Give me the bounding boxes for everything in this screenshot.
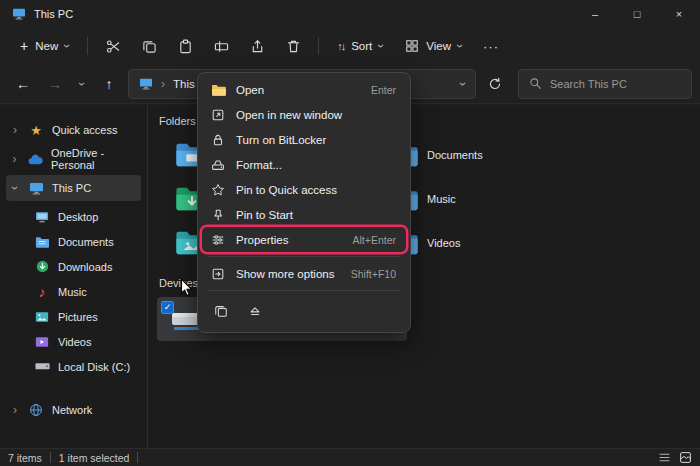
menu-quick-actions xyxy=(202,295,406,328)
menu-item-open[interactable]: Open Enter xyxy=(202,77,406,102)
up-button[interactable]: ↑ xyxy=(94,69,124,99)
rename-button[interactable] xyxy=(204,31,238,61)
expand-chevron-icon[interactable]: › xyxy=(10,153,19,165)
sort-icon: ↑↓ xyxy=(337,40,344,52)
sidebar-item-videos[interactable]: Videos xyxy=(6,329,141,354)
search-icon xyxy=(529,77,542,90)
items-count: 7 items xyxy=(8,452,42,464)
minimize-button[interactable]: – xyxy=(574,0,616,28)
chevron-down-icon: › xyxy=(375,44,387,48)
sidebar-item-this-pc[interactable]: › This PC xyxy=(6,175,141,201)
properties-icon xyxy=(210,232,226,248)
sidebar-item-pictures[interactable]: Pictures xyxy=(6,304,141,329)
sidebar-item-local-disk[interactable]: Local Disk (C:) xyxy=(6,354,141,379)
bitlocker-lock-icon xyxy=(210,132,226,148)
view-button[interactable]: View › xyxy=(395,33,472,59)
cut-button[interactable] xyxy=(96,31,130,61)
sidebar-item-onedrive[interactable]: › OneDrive - Personal xyxy=(6,146,141,172)
documents-folder-icon xyxy=(34,234,50,250)
context-menu: Open Enter Open in new window Turn on Bi… xyxy=(197,72,411,333)
more-options-button[interactable]: ··· xyxy=(474,31,508,61)
breadcrumb-chevron-icon: › xyxy=(161,78,165,90)
forward-button[interactable]: → xyxy=(40,69,70,99)
selection-count: 1 item selected xyxy=(59,452,130,464)
toolbar-separator xyxy=(318,37,319,55)
pictures-icon xyxy=(34,309,50,325)
paste-button[interactable] xyxy=(168,31,202,61)
expand-chevron-icon[interactable]: › xyxy=(10,404,20,416)
open-folder-icon xyxy=(210,82,226,98)
maximize-button[interactable]: □ xyxy=(616,0,658,28)
menu-item-turn-on-bitlocker[interactable]: Turn on BitLocker xyxy=(202,127,406,152)
more-options-icon xyxy=(210,266,226,282)
selection-checkbox[interactable]: ✓ xyxy=(161,301,174,314)
check-icon: ✓ xyxy=(164,303,172,312)
titlebar: This PC – □ × xyxy=(0,0,700,28)
menu-item-format[interactable]: Format... xyxy=(202,152,406,177)
recent-locations-icon[interactable]: › xyxy=(76,82,88,86)
menu-separator xyxy=(208,290,400,291)
collapse-chevron-icon[interactable]: › xyxy=(9,183,21,193)
sidebar-item-network[interactable]: › Network xyxy=(6,397,141,423)
sort-button[interactable]: ↑↓ Sort › xyxy=(327,34,393,58)
command-bar: + New › ↑↓ Sort › xyxy=(0,28,700,64)
file-explorer-window: This PC – □ × + New › xyxy=(0,0,700,466)
details-view-icon[interactable] xyxy=(658,451,671,464)
eject-icon[interactable] xyxy=(240,298,270,324)
pushpin-icon xyxy=(210,207,226,223)
search-input[interactable] xyxy=(550,78,681,90)
back-button[interactable]: ← xyxy=(8,69,38,99)
copy-icon[interactable] xyxy=(206,298,236,324)
this-pc-icon xyxy=(139,78,153,90)
status-bar: 7 items 1 item selected xyxy=(0,448,700,466)
videos-icon xyxy=(34,334,50,350)
app-icon xyxy=(12,8,26,20)
music-note-icon: ♪ xyxy=(34,284,50,300)
navigation-pane: › ★ Quick access › OneDrive - Personal ›… xyxy=(0,105,148,448)
desktop-icon xyxy=(34,209,50,225)
window-title: This PC xyxy=(34,8,73,20)
onedrive-cloud-icon xyxy=(27,151,43,167)
refresh-button[interactable] xyxy=(480,69,510,99)
copy-button[interactable] xyxy=(132,31,166,61)
menu-item-properties[interactable]: Properties Alt+Enter xyxy=(202,227,406,252)
chevron-down-icon: › xyxy=(454,44,466,48)
this-pc-icon xyxy=(28,180,44,196)
pin-star-icon xyxy=(210,182,226,198)
sidebar-item-desktop[interactable]: Desktop xyxy=(6,204,141,229)
sidebar-item-downloads[interactable]: Downloads xyxy=(6,254,141,279)
menu-item-pin-to-quick-access[interactable]: Pin to Quick access xyxy=(202,177,406,202)
large-icons-view-icon[interactable] xyxy=(679,451,692,464)
sidebar-item-quick-access[interactable]: › ★ Quick access xyxy=(6,117,141,143)
menu-item-open-new-window[interactable]: Open in new window xyxy=(202,102,406,127)
menu-item-pin-to-start[interactable]: Pin to Start xyxy=(202,202,406,227)
view-grid-icon xyxy=(405,39,419,53)
format-drive-icon xyxy=(210,157,226,173)
menu-item-show-more-options[interactable]: Show more options Shift+F10 xyxy=(202,261,406,286)
menu-separator xyxy=(208,256,400,257)
sidebar-item-documents[interactable]: Documents xyxy=(6,229,141,254)
search-box[interactable] xyxy=(518,69,692,99)
delete-button[interactable] xyxy=(276,31,310,61)
plus-icon: + xyxy=(20,38,28,54)
drive-icon xyxy=(34,359,50,375)
star-icon: ★ xyxy=(28,122,44,138)
new-window-icon xyxy=(210,107,226,123)
network-icon xyxy=(28,402,44,418)
new-button[interactable]: + New › xyxy=(10,32,79,60)
chevron-down-icon: › xyxy=(61,44,73,48)
share-button[interactable] xyxy=(240,31,274,61)
downloads-icon xyxy=(34,259,50,275)
toolbar-separator xyxy=(87,37,88,55)
expand-chevron-icon[interactable]: › xyxy=(10,124,20,136)
sidebar-item-music[interactable]: ♪ Music xyxy=(6,279,141,304)
close-button[interactable]: × xyxy=(658,0,700,28)
address-dropdown-icon[interactable]: › xyxy=(457,82,469,86)
